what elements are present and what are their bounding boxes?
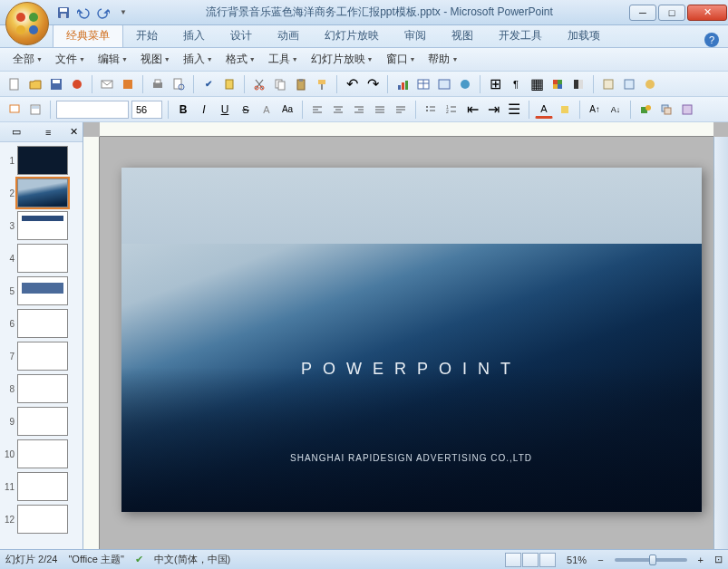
expand-icon[interactable]: ⊞ (486, 75, 504, 93)
copy-icon[interactable] (271, 75, 289, 93)
tab-view[interactable]: 视图 (439, 24, 486, 47)
arrange-icon[interactable] (657, 101, 675, 119)
slide-view[interactable]: POWERPOINT SHANGHAI RAPIDESIGN ADVERTISI… (121, 168, 702, 512)
change-case-icon[interactable]: Aa (278, 101, 296, 119)
print-icon[interactable] (149, 75, 167, 93)
qat-dropdown-icon[interactable]: ▼ (116, 5, 131, 20)
align-left-icon[interactable] (308, 101, 326, 119)
tab-home[interactable]: 开始 (123, 24, 170, 47)
macros-icon[interactable] (599, 75, 617, 93)
font-family-input[interactable] (56, 101, 129, 119)
tab-insert[interactable]: 插入 (170, 24, 218, 47)
thumbnail-7[interactable] (17, 342, 68, 371)
thumbnail-10[interactable] (17, 439, 68, 468)
zoom-slider[interactable] (615, 558, 687, 562)
research-icon[interactable] (220, 75, 238, 93)
zoom-level[interactable]: 51% (567, 555, 587, 565)
maximize-button[interactable]: □ (658, 5, 685, 21)
numbering-icon[interactable]: 12 (442, 101, 461, 119)
menu-tools[interactable]: 工具▼ (263, 49, 304, 70)
redo-icon[interactable]: ↷ (364, 75, 382, 93)
spell-check-icon[interactable]: ✔ (135, 554, 143, 565)
menu-slideshow[interactable]: 幻灯片放映▼ (306, 49, 379, 70)
line-spacing-icon[interactable]: ☰ (505, 101, 523, 119)
grid-icon[interactable]: ▦ (528, 75, 546, 93)
normal-view-button[interactable] (505, 553, 521, 567)
quick-styles-icon[interactable] (678, 101, 696, 119)
permission-icon[interactable] (68, 75, 86, 93)
tab-design[interactable]: 设计 (218, 24, 265, 47)
bullets-icon[interactable] (422, 101, 440, 119)
help-icon[interactable]: ? (704, 33, 719, 47)
bold-icon[interactable]: B (174, 101, 192, 119)
shapes-icon[interactable] (636, 101, 655, 119)
open-icon[interactable] (26, 75, 44, 93)
menu-insert[interactable]: 插入▼ (178, 49, 218, 70)
thumbnail-8[interactable] (17, 374, 68, 403)
save-icon[interactable] (56, 5, 71, 20)
zoom-out-button[interactable]: − (597, 555, 603, 565)
fit-to-window-button[interactable]: ⊡ (714, 554, 723, 565)
outline-tab-icon[interactable]: ≡ (33, 122, 65, 141)
increase-indent-icon[interactable]: ⇥ (484, 101, 502, 119)
tab-developer[interactable]: 开发工具 (486, 24, 555, 47)
thumbnail-9[interactable] (17, 407, 68, 436)
menu-file[interactable]: 文件▼ (50, 49, 91, 70)
print-preview-icon[interactable] (170, 75, 188, 93)
save-icon[interactable] (47, 75, 65, 93)
color-icon[interactable] (548, 75, 567, 93)
align-right-icon[interactable] (350, 101, 368, 119)
tab-classic-menu[interactable]: 经典菜单 (53, 24, 123, 47)
show-all-icon[interactable]: ¶ (507, 75, 525, 93)
redo-icon[interactable] (96, 5, 111, 20)
new-slide-icon[interactable] (5, 101, 24, 119)
shadow-icon[interactable]: A (257, 101, 276, 119)
theme-icon[interactable] (119, 75, 137, 93)
menu-help[interactable]: 帮助▼ (422, 49, 463, 70)
tab-addins[interactable]: 加载项 (555, 24, 613, 47)
sorter-view-button[interactable] (522, 553, 539, 567)
slideshow-view-button[interactable] (539, 553, 556, 567)
language-status[interactable]: 中文(简体，中国) (154, 553, 230, 566)
tab-animation[interactable]: 动画 (265, 24, 312, 47)
align-center-icon[interactable] (329, 101, 347, 119)
italic-icon[interactable]: I (195, 101, 213, 119)
vb-icon[interactable] (620, 75, 638, 93)
slides-tab-icon[interactable]: ▭ (0, 122, 33, 141)
thumbnail-11[interactable] (17, 472, 68, 501)
addins2-icon[interactable] (641, 75, 659, 93)
decrease-font-icon[interactable]: A↓ (607, 101, 625, 119)
menu-window[interactable]: 窗口▼ (381, 49, 422, 70)
thumbnail-4[interactable] (17, 244, 68, 273)
thumbnail-2[interactable] (17, 178, 68, 207)
menu-format[interactable]: 格式▼ (220, 49, 261, 70)
layout-icon[interactable] (26, 101, 44, 119)
table-icon[interactable] (414, 75, 432, 93)
undo-icon[interactable]: ↶ (343, 75, 361, 93)
close-button[interactable]: ✕ (687, 5, 727, 21)
highlight-icon[interactable] (556, 101, 574, 119)
table2-icon[interactable] (435, 75, 453, 93)
decrease-indent-icon[interactable]: ⇤ (463, 101, 481, 119)
strike-icon[interactable]: S (237, 101, 255, 119)
undo-icon[interactable] (76, 5, 91, 20)
distribute-icon[interactable] (392, 101, 410, 119)
hyperlink-icon[interactable] (456, 75, 474, 93)
zoom-in-button[interactable]: + (698, 555, 704, 565)
tab-slideshow[interactable]: 幻灯片放映 (312, 24, 392, 47)
menu-all[interactable]: 全部▼ (7, 49, 48, 70)
new-icon[interactable] (5, 75, 24, 93)
justify-icon[interactable] (371, 101, 389, 119)
panel-close-icon[interactable]: ✕ (64, 122, 83, 141)
font-color-icon[interactable]: A (535, 101, 553, 119)
spelling-icon[interactable]: ✔ (199, 75, 218, 93)
minimize-button[interactable]: ─ (629, 5, 656, 21)
menu-edit[interactable]: 编辑▼ (92, 49, 133, 70)
email-icon[interactable] (98, 75, 116, 93)
chart-icon[interactable] (393, 75, 412, 93)
office-button[interactable] (5, 2, 49, 45)
bw-icon[interactable] (569, 75, 587, 93)
thumbnail-list[interactable]: 1 2 3 4 5 6 7 8 9 10 11 12 (0, 142, 83, 549)
menu-view[interactable]: 视图▼ (135, 49, 176, 70)
vertical-scrollbar[interactable] (713, 137, 728, 549)
